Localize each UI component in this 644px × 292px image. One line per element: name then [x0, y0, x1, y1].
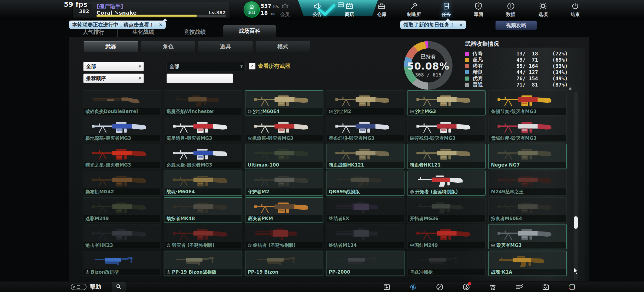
weapon-name-bar: 破碎炙炎DoubleBarrel — [84, 108, 160, 115]
weapon-card[interactable]: PP-19 Bizon — [245, 251, 323, 276]
weapon-card[interactable]: 条顿节奏-毁灭者MG3 — [488, 90, 567, 115]
weapon-card[interactable]: 沙尘M60E4 — [245, 90, 323, 115]
weapon-art — [250, 118, 318, 135]
subtab-characters[interactable]: 角色 — [141, 41, 196, 52]
weapon-card[interactable]: 战魂·M60E4 — [164, 171, 242, 196]
weapon-card[interactable]: 曙光之星-毁灭者MG3 — [83, 144, 161, 169]
nav-item-warehouse[interactable]: 仓库 — [369, 1, 394, 18]
weapon-card[interactable]: 裁决者PKM — [245, 197, 323, 223]
weapon-card[interactable]: Negev NG7 — [488, 144, 567, 169]
nav-item-exit[interactable]: 结束 — [563, 1, 588, 18]
cart-icon[interactable]: M — [487, 282, 499, 292]
game-screen: { "fps": "59 fps", "player": { "badge_le… — [0, 0, 644, 292]
weapon-image — [165, 171, 241, 188]
weapon-card[interactable]: 破碎炙炎DoubleBarrel — [83, 90, 161, 115]
weapon-image — [327, 171, 404, 188]
weapon-card[interactable]: 毁灭者 (圣诞特别版) — [164, 224, 242, 249]
weapon-image — [327, 198, 404, 215]
weapon-card[interactable]: Bizon改进型 — [83, 251, 161, 276]
video-guide-button[interactable]: 视频攻略 — [495, 21, 537, 30]
weapon-card[interactable]: 火枫燎原-毁灭者MG3 — [245, 117, 323, 142]
nav-item-legion[interactable]: F军团 — [466, 1, 491, 18]
weapon-card[interactable]: 破碎残阳-毁灭者MG3 — [407, 117, 486, 142]
collection-badge-icon — [167, 270, 171, 274]
weapon-art — [493, 118, 562, 135]
player-card[interactable]: ······· 382 [僵尸猎手] Coral ↘snake Lv.382 — [72, 2, 230, 18]
weapon-card[interactable]: 毁灭者MG3 — [488, 224, 567, 249]
search-icon — [116, 284, 122, 291]
character-move-icon[interactable] — [460, 282, 472, 292]
scrollbar-track[interactable] — [574, 91, 578, 280]
weapon-name-bar: PP-19 Bizon战损版 — [165, 269, 241, 275]
weapon-card[interactable]: 战魂·K1A — [488, 251, 567, 276]
weapon-card[interactable]: 劫掠者MK48 — [164, 197, 242, 223]
weapon-card[interactable]: M249丛林之王 — [488, 171, 567, 196]
weapon-image — [327, 145, 404, 162]
weapon-card[interactable]: 退魔圣焰Winchester — [164, 90, 242, 115]
weapon-card[interactable]: 沙尘M2 — [326, 90, 404, 115]
subcategory-filter-dropdown[interactable]: 全部 ▼ — [167, 62, 245, 71]
tab-encyclopedia[interactable]: 战场百科 — [223, 25, 276, 37]
weapon-card[interactable]: 沙尘MG3 — [407, 90, 486, 115]
weapon-card[interactable]: 终结者 (圣诞特别版) — [245, 224, 323, 249]
weapon-card[interactable]: 追击者HK23 — [83, 224, 161, 249]
weapon-card[interactable]: Ultimax-100 — [245, 144, 323, 169]
fps-counter: 59 fps — [64, 1, 87, 8]
tab-pvp-stats[interactable]: 竞技战绩 — [169, 27, 221, 37]
nav-item-stats[interactable]: 数据 — [498, 1, 523, 18]
checkbox[interactable]: ✓ — [249, 63, 255, 69]
weapon-card[interactable]: 中国红M249 — [407, 224, 486, 249]
scrollbar-thumb[interactable] — [574, 216, 578, 229]
weapon-card[interactable]: 迷彩M249 — [83, 197, 161, 223]
weapon-search-input[interactable] — [167, 74, 233, 83]
close-icon[interactable]: ✕ — [159, 22, 162, 28]
weapon-card[interactable]: 雪域红樱-毁灭者MG3 — [488, 117, 567, 142]
weapon-card[interactable]: QBB95战损版 — [326, 171, 404, 196]
weapon-card[interactable]: 开拓者 (圣诞特别版) — [407, 171, 486, 196]
nav-item-member[interactable]: 会员 — [273, 1, 297, 18]
subtab-items[interactable]: 道具 — [198, 41, 253, 52]
chevron-down-icon: ▼ — [139, 65, 141, 68]
back-button[interactable]: 返回 — [244, 1, 260, 18]
sort-order-dropdown[interactable]: 推荐顺序 ▼ — [83, 74, 144, 83]
weapon-card[interactable]: 必胜太极-毁灭者MG3 — [164, 144, 242, 169]
subtab-weapons[interactable]: 武器 — [83, 41, 138, 52]
weapon-name-bar: 必胜太极-毁灭者MG3 — [165, 162, 241, 168]
subtab-modes[interactable]: 模式 — [255, 41, 310, 52]
search-button[interactable] — [112, 282, 125, 292]
film-frame-icon[interactable] — [566, 282, 578, 292]
weapon-card[interactable]: 终结者M134 — [326, 224, 404, 249]
calendar-check-icon[interactable] — [540, 282, 552, 292]
weapon-card[interactable]: 流星追月-毁灭者MG3 — [164, 117, 242, 142]
nav-item-options[interactable]: 选项 — [531, 1, 556, 18]
help-toggle[interactable]: ✕ — [71, 284, 87, 290]
daily-task-notice-bubble[interactable]: 领取了新的每日任务！ ✕ — [400, 21, 466, 29]
close-icon[interactable]: ✕ — [459, 22, 463, 28]
weapon-card[interactable]: 嗜血战狼HK121 — [326, 144, 404, 169]
weapon-card[interactable]: 星条幻想-毁灭者MG3 — [326, 117, 404, 142]
league-notice-bubble[interactable]: 本轮联赛正在进行中，请点击查看！ ✕ — [69, 21, 166, 29]
weapon-image — [408, 225, 485, 242]
show-all-weapons-checkbox[interactable]: ✓ 查看所有武器 — [249, 62, 290, 70]
weapon-card[interactable]: 掠食者M60E4 — [488, 197, 567, 223]
exchange-icon[interactable] — [407, 282, 419, 292]
weapon-card[interactable]: 守护者M2 — [245, 171, 323, 196]
mouse-cursor — [573, 268, 579, 276]
weapon-name-bar: 终结者M134 — [327, 242, 404, 248]
weapon-card[interactable]: 终结者EX — [326, 197, 404, 223]
weapon-card[interactable]: PP-2000 — [326, 251, 404, 276]
category-filter-dropdown[interactable]: 全部 ▼ — [83, 62, 144, 71]
weapon-card[interactable]: 乌兹冲锋枪 — [407, 251, 486, 276]
weapon-card[interactable]: 嗜血者HK121 — [407, 144, 486, 169]
weapon-card[interactable]: 撕布机MG42 — [83, 171, 161, 196]
compass-icon[interactable] — [434, 282, 446, 292]
nav-item-missions[interactable]: 任务 — [434, 1, 459, 18]
weapon-image — [408, 118, 485, 135]
panel-window-icon[interactable] — [381, 282, 393, 292]
weapon-card[interactable]: 开拓者MG36 — [407, 197, 486, 223]
nav-item-workshop[interactable]: 制造所 — [401, 1, 426, 18]
weapon-card[interactable]: 极地深寒-毁灭者MG3 — [83, 117, 161, 142]
scroll-up-icon[interactable]: ▲ — [569, 86, 572, 90]
weapon-card[interactable]: PP-19 Bizon战损版 — [164, 251, 242, 276]
list-check-icon[interactable] — [513, 282, 525, 292]
